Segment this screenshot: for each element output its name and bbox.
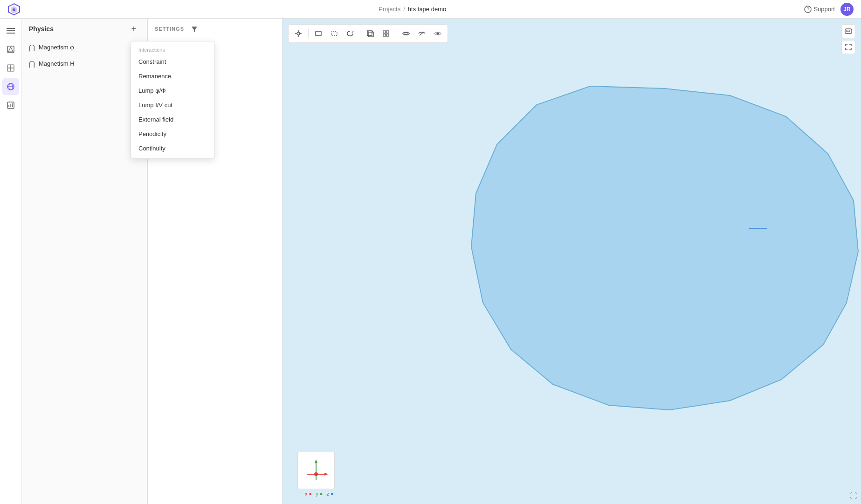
magnetism-h-item[interactable]: ⋂ Magnetism H — [21, 55, 147, 72]
topbar-left — [7, 3, 21, 16]
mesh-icon[interactable] — [2, 60, 19, 76]
help-icon: ? — [804, 6, 812, 13]
x-axis-label: x ● — [305, 491, 312, 497]
topbar-right: ? Support JR — [804, 3, 854, 16]
dropdown-section-label: Interactions — [131, 44, 214, 54]
dropdown-item-continuity[interactable]: Continuity — [131, 141, 214, 156]
dropdown-item-constraint[interactable]: Constraint — [131, 54, 214, 69]
svg-marker-47 — [315, 459, 317, 463]
app-logo — [7, 3, 21, 16]
dropdown-item-external-field[interactable]: External field — [131, 112, 214, 127]
svg-rect-7 — [7, 33, 15, 34]
axes-svg — [302, 456, 330, 484]
physics-header: Physics + — [21, 19, 147, 39]
dropdown-item-lump-iv[interactable]: Lump I/V cut — [131, 98, 214, 112]
svg-point-50 — [314, 472, 318, 476]
dropdown-item-lump-phi[interactable]: Lump φ/Φ — [131, 83, 214, 98]
svg-marker-9 — [8, 47, 13, 52]
svg-marker-20 — [192, 27, 197, 32]
svg-marker-49 — [324, 473, 328, 476]
main-shape — [471, 86, 858, 410]
dropdown-item-periodicity[interactable]: Periodicity — [131, 127, 214, 141]
support-button[interactable]: ? Support — [804, 6, 835, 13]
physics-title: Physics — [29, 25, 54, 33]
axes-labels: x ● y ● z ● — [305, 491, 334, 497]
add-physics-button[interactable]: + — [128, 23, 139, 34]
avatar-label: JR — [843, 6, 850, 13]
magnetism-phi-icon: ⋂ — [29, 43, 35, 52]
z-axis-label: z ● — [326, 491, 333, 497]
magnetism-h-icon: ⋂ — [29, 59, 35, 68]
breadcrumb-projects[interactable]: Projects — [379, 6, 400, 13]
menu-icon[interactable] — [2, 22, 19, 39]
breadcrumb-demo: hts tape demo — [408, 6, 446, 13]
user-avatar[interactable]: JR — [840, 3, 854, 16]
svg-rect-5 — [7, 28, 15, 29]
resize-corner-icon: ⛶ — [850, 492, 857, 500]
physics-nav-icon[interactable] — [2, 78, 19, 95]
settings-title: SETTINGS — [155, 26, 184, 32]
interactions-dropdown: Interactions Constraint Remanence Lump φ… — [131, 41, 214, 159]
axes-widget — [297, 452, 335, 489]
magnetism-phi-item[interactable]: ⋂ Magnetism φ — [21, 39, 147, 55]
settings-header: SETTINGS — [147, 19, 282, 39]
topbar: Projects / hts tape demo ? Support JR — [0, 0, 861, 19]
support-label: Support — [813, 6, 835, 13]
results-icon[interactable] — [2, 97, 19, 114]
settings-filter-button[interactable] — [188, 22, 201, 35]
viewport-canvas[interactable] — [282, 19, 861, 504]
breadcrumb-sep: / — [403, 6, 405, 13]
dropdown-item-remanence[interactable]: Remanence — [131, 69, 214, 83]
magnetism-phi-label: Magnetism φ — [39, 44, 74, 51]
filter-icon — [191, 25, 198, 33]
svg-rect-6 — [7, 30, 15, 31]
svg-point-2 — [13, 8, 15, 11]
left-sidebar — [0, 19, 21, 504]
magnetism-h-label: Magnetism H — [39, 60, 75, 67]
breadcrumb: Projects / hts tape demo — [379, 6, 446, 13]
y-axis-label: y ● — [316, 491, 323, 497]
svg-text:?: ? — [807, 7, 810, 12]
physics-panel: Physics + ⋂ Magnetism φ ⋂ Magnetism H — [21, 19, 147, 504]
viewport[interactable]: x ● y ● z ● ⛶ — [282, 19, 861, 504]
geometry-icon[interactable] — [2, 41, 19, 58]
